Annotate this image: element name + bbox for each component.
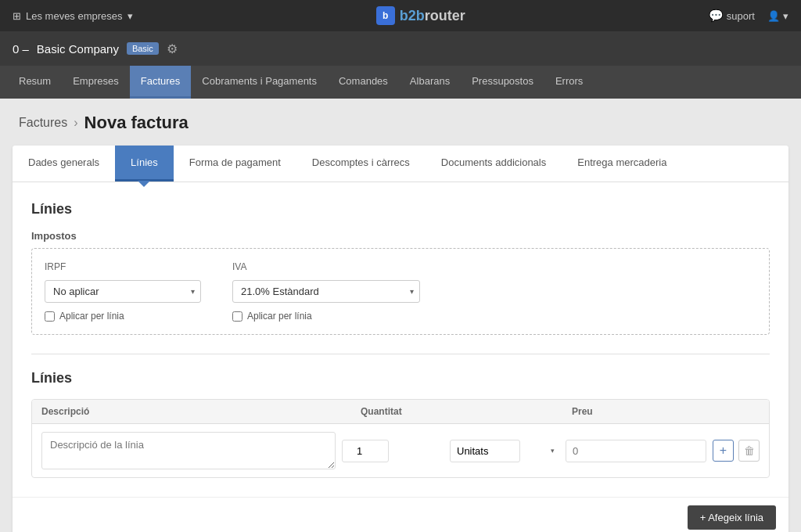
col-preu: Preu bbox=[572, 406, 713, 417]
user-chevron-icon: ▾ bbox=[783, 10, 788, 22]
nav-item-pressupostos[interactable]: Pressupostos bbox=[461, 66, 544, 99]
linies-header: Descripció Quantitat Preu bbox=[32, 400, 769, 424]
afegeix-linia-label: + Afegeix línia bbox=[700, 512, 763, 523]
company-bar: 0 – Basic Company Basic ⚙ bbox=[0, 31, 801, 66]
nav-bar: Resum Empreses Factures Cobraments i Pag… bbox=[0, 66, 801, 99]
col-descripcio: Descripció bbox=[41, 406, 361, 417]
linies-section: Línies Descripció Quantitat Preu Unitats bbox=[31, 370, 770, 478]
linies-section-title: Línies bbox=[31, 201, 770, 217]
impostos-row: IRPF No aplicar ▾ Aplicar per línia IVA bbox=[45, 261, 756, 322]
nav-item-factures[interactable]: Factures bbox=[130, 66, 192, 99]
brand-router: router bbox=[425, 8, 465, 23]
iva-select-wrapper: 21.0% Estàndard 10.0% Reduït 4.0% Superr… bbox=[232, 280, 420, 303]
tab-documents[interactable]: Documents addicionals bbox=[426, 146, 562, 182]
iva-checkbox-row: Aplicar per línia bbox=[232, 311, 420, 322]
tab-descomptes[interactable]: Descomptes i càrrecs bbox=[296, 146, 426, 182]
quantitat-input[interactable] bbox=[342, 440, 389, 462]
impostos-box: IRPF No aplicar ▾ Aplicar per línia IVA bbox=[31, 248, 770, 335]
irpf-checkbox[interactable] bbox=[45, 311, 55, 322]
preu-input[interactable] bbox=[566, 440, 706, 462]
irpf-checkbox-label: Aplicar per línia bbox=[59, 311, 124, 322]
company-badge: Basic bbox=[127, 42, 159, 55]
breadcrumb-current: Nova factura bbox=[84, 113, 189, 133]
support-button[interactable]: 💬 suport bbox=[709, 9, 755, 23]
breadcrumb: Factures › Nova factura bbox=[0, 99, 801, 141]
nav-item-comandes[interactable]: Comandes bbox=[328, 66, 399, 99]
irpf-select-wrapper: No aplicar ▾ bbox=[45, 280, 201, 303]
user-menu-button[interactable]: 👤 ▾ bbox=[767, 10, 788, 22]
company-name: Basic Company bbox=[37, 42, 119, 56]
breadcrumb-parent[interactable]: Factures bbox=[19, 116, 67, 130]
descripcio-input[interactable] bbox=[41, 432, 336, 469]
brand-icon: b bbox=[376, 6, 395, 25]
main-card: Dades generals Línies Forma de pagament … bbox=[13, 146, 788, 532]
iva-checkbox[interactable] bbox=[232, 311, 242, 322]
col-units bbox=[462, 406, 572, 417]
delete-row-button[interactable]: 🗑 bbox=[738, 440, 760, 462]
tab-entrega[interactable]: Entrega mercaderia bbox=[562, 146, 682, 182]
tab-dades-generals[interactable]: Dades generals bbox=[13, 146, 115, 182]
nav-item-albarans[interactable]: Albarans bbox=[399, 66, 461, 99]
irpf-select[interactable]: No aplicar bbox=[45, 280, 201, 303]
card-footer: + Afegeix línia bbox=[13, 497, 788, 532]
tab-linies[interactable]: Línies bbox=[115, 146, 174, 182]
grid-icon: ⊞ bbox=[13, 10, 21, 22]
nav-item-resum[interactable]: Resum bbox=[8, 66, 62, 99]
iva-select[interactable]: 21.0% Estàndard 10.0% Reduït 4.0% Superr… bbox=[232, 280, 420, 303]
top-bar-right: 💬 suport 👤 ▾ bbox=[709, 9, 788, 23]
breadcrumb-separator: › bbox=[74, 116, 77, 130]
iva-col: IVA 21.0% Estàndard 10.0% Reduït 4.0% Su… bbox=[232, 261, 420, 322]
company-menu-label: Les meves empreses bbox=[26, 10, 123, 22]
tab-forma-pagament[interactable]: Forma de pagament bbox=[174, 146, 296, 182]
brand-b: b2b bbox=[400, 8, 425, 23]
linies-title: Línies bbox=[31, 370, 770, 386]
irpf-col: IRPF No aplicar ▾ Aplicar per línia bbox=[45, 261, 201, 322]
top-bar: ⊞ Les meves empreses ▾ b b2brouter 💬 sup… bbox=[0, 0, 801, 31]
afegeix-linia-button[interactable]: + Afegeix línia bbox=[688, 505, 776, 530]
linies-grid: Descripció Quantitat Preu Unitats ▾ bbox=[31, 399, 770, 478]
tab-content: Línies Impostos IRPF No aplicar ▾ Aplic bbox=[13, 182, 788, 497]
irpf-label: IRPF bbox=[45, 261, 201, 272]
table-row: Unitats ▾ + 🗑 bbox=[32, 424, 769, 477]
iva-label: IVA bbox=[232, 261, 420, 272]
irpf-checkbox-row: Aplicar per línia bbox=[45, 311, 201, 322]
tabs: Dades generals Línies Forma de pagament … bbox=[13, 146, 788, 182]
brand-text: b2brouter bbox=[400, 8, 465, 24]
nav-item-errors[interactable]: Errors bbox=[544, 66, 594, 99]
chat-icon: 💬 bbox=[709, 9, 724, 23]
brand-logo: b b2brouter bbox=[376, 6, 465, 25]
divider bbox=[31, 354, 770, 354]
nav-item-cobraments[interactable]: Cobraments i Pagaments bbox=[191, 66, 328, 99]
company-menu[interactable]: ⊞ Les meves empreses ▾ bbox=[13, 10, 133, 22]
unit-wrapper: Unitats ▾ bbox=[450, 440, 559, 462]
add-row-button[interactable]: + bbox=[713, 440, 734, 462]
settings-icon[interactable]: ⚙ bbox=[167, 41, 178, 56]
chevron-down-icon: ▾ bbox=[128, 10, 133, 22]
company-prefix: 0 – bbox=[13, 42, 29, 56]
user-icon: 👤 bbox=[767, 10, 780, 22]
nav-item-empreses[interactable]: Empreses bbox=[62, 66, 130, 99]
col-actions bbox=[713, 406, 760, 417]
support-label: suport bbox=[727, 10, 755, 22]
col-quantitat: Quantitat bbox=[361, 406, 462, 417]
unit-arrow-icon: ▾ bbox=[551, 447, 555, 455]
row-actions: + 🗑 bbox=[713, 440, 760, 462]
iva-checkbox-label: Aplicar per línia bbox=[247, 311, 312, 322]
impostos-label: Impostos bbox=[31, 230, 770, 242]
unit-select[interactable]: Unitats bbox=[450, 440, 520, 462]
